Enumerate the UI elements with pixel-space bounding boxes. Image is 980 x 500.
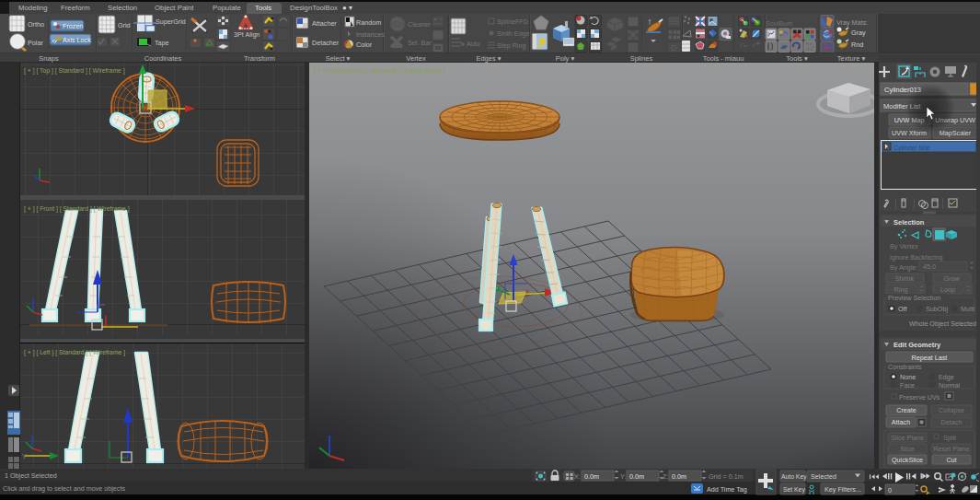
svg-text:[ + ] [ Perspective ] [ Standa: [ + ] [ Perspective ] [ Standard ] [ Edg… [314,67,445,75]
svg-text:Cleaner: Cleaner [408,20,432,29]
svg-text:0.0m: 0.0m [672,472,686,481]
svg-text:Random: Random [356,18,381,27]
svg-text:Split: Split [943,434,956,442]
svg-text:Gray: Gray [851,29,866,37]
svg-text:[ + ] [ Front ] [ Standard ] [: [ + ] [ Front ] [ Standard ] [ Wireframe… [24,205,130,213]
svg-text:Sel. Bad: Sel. Bad [408,39,432,47]
svg-text:Reset Plane: Reset Plane [933,445,969,453]
svg-text:Whole Object Selected: Whole Object Selected [909,320,976,328]
svg-text:Detacher: Detacher [312,39,340,47]
svg-text:Repeat Last: Repeat Last [912,354,948,362]
svg-text:Y: Y [22,453,27,459]
svg-text:Edge: Edge [939,373,954,381]
svg-text:None: None [900,373,916,381]
svg-text:Slice: Slice [900,445,915,453]
svg-text:X:: X: [574,472,581,481]
svg-text:Selection: Selection [894,218,925,227]
svg-text:Grow: Grow [943,274,960,283]
svg-text:Tape: Tape [155,39,169,47]
svg-text:Ignore Backfacing: Ignore Backfacing [890,253,943,262]
svg-text:QuickSlice: QuickSlice [892,456,923,464]
svg-text:[ + ] [ Top ] [ Standard ] [ W: [ + ] [ Top ] [ Standard ] [ Wireframe ] [24,67,125,75]
svg-text:Auto: Auto [467,40,480,48]
svg-text:Ortho: Ortho [28,20,44,29]
svg-text:Vray Mats:: Vray Mats: [836,18,868,27]
svg-text:Preserve UVs: Preserve UVs [899,393,940,401]
svg-text:Multi: Multi [961,305,975,313]
svg-text:Grid = 0.1m: Grid = 0.1m [709,472,744,481]
svg-text:MapScaler: MapScaler [940,129,972,137]
svg-text:Detach: Detach [941,418,963,426]
svg-text:Cylinder Mat: Cylinder Mat [894,145,929,152]
svg-text:0: 0 [888,486,892,494]
svg-text:Face: Face [900,381,915,390]
svg-text:SuperGrid: SuperGrid [156,17,186,26]
svg-text:Polar: Polar [28,39,43,47]
svg-text:Ring: Ring [894,285,908,294]
svg-text:Set Key: Set Key [783,486,805,494]
svg-text:Attacher: Attacher [312,19,337,28]
svg-text:Constraints: Constraints [888,363,922,371]
svg-text:By Angle:: By Angle: [890,263,917,272]
svg-text:Loop: Loop [940,285,955,294]
svg-text:Attach: Attach [892,418,910,426]
svg-text:Add Time Tag: Add Time Tag [707,485,747,494]
svg-text:Normal: Normal [939,381,961,390]
svg-text:Cut: Cut [946,456,956,464]
svg-text:Auto Key: Auto Key [781,473,807,481]
svg-text:Step Ring: Step Ring [497,41,526,50]
svg-text:Color: Color [356,41,373,49]
svg-text:Rnd: Rnd [851,41,863,49]
svg-text:45.0: 45.0 [923,262,936,271]
svg-text:Y:: Y: [620,472,626,481]
svg-text:By Vertex: By Vertex [890,242,918,250]
svg-text:Slice Plane: Slice Plane [891,434,924,442]
svg-text:Grid: Grid [118,21,131,29]
svg-text:0.0m: 0.0m [629,472,644,481]
svg-text:SoulBurn: SoulBurn [766,19,793,28]
svg-text:Preview Selection: Preview Selection [888,294,940,302]
svg-text:Edit Geometry: Edit Geometry [894,341,941,349]
svg-text:Shrink: Shrink [895,274,915,283]
svg-text:[ + ] [ Left ] [ Standard ] [: [ + ] [ Left ] [ Standard ] [ Wireframe … [24,349,125,356]
svg-text:Off: Off [898,305,906,313]
svg-text:1 Object Selected: 1 Object Selected [5,471,57,480]
svg-text:Frozen: Frozen [63,22,83,30]
svg-text:Create: Create [896,406,917,414]
svg-text:Axis Lock: Axis Lock [63,36,91,44]
svg-text:Selected: Selected [811,472,836,481]
svg-text:Z:: Z: [663,472,668,481]
svg-text:Collapse: Collapse [939,406,964,414]
svg-text:Click and drag to select and m: Click and drag to select and move object… [3,484,125,493]
svg-text:Instances: Instances [356,30,385,39]
svg-text:0.0m: 0.0m [584,472,599,481]
svg-text:SubObj: SubObj [926,305,948,313]
svg-text:Smth Edge: Smth Edge [497,29,530,38]
svg-text:3Pt Align: 3Pt Align [234,30,259,39]
svg-text:Key Filters...: Key Filters... [824,485,861,494]
svg-text:SplineFFD: SplineFFD [497,17,528,26]
svg-text:D: D [671,43,677,52]
